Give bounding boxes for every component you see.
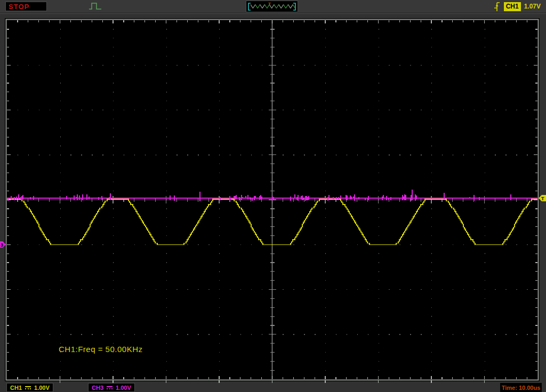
trigger-level-marker[interactable]: T xyxy=(539,195,546,201)
channel1-volts-per-div: 1.00V xyxy=(34,385,50,391)
channel3-coupling-icon xyxy=(107,386,113,390)
timebase-readout[interactable]: Time: 10.00us xyxy=(500,383,542,392)
channel3-volts-per-div: 1.00V xyxy=(116,385,131,391)
trigger-level-readout: 1.07V xyxy=(524,3,541,10)
acquisition-status: STOP xyxy=(9,3,29,11)
topbar-separator xyxy=(0,13,546,14)
preview-left-bracket[interactable] xyxy=(248,3,251,10)
svg-text:T: T xyxy=(541,196,544,201)
trigger-status-group: CH1 1.07V xyxy=(494,2,541,11)
acquisition-status-box[interactable]: STOP xyxy=(5,2,47,11)
channel3-label: CH3 xyxy=(92,385,103,391)
channel1-settings-box[interactable]: CH1 1.00V xyxy=(6,383,53,392)
preview-trigger-marker[interactable]: T xyxy=(268,2,271,6)
horizontal-preview-box[interactable]: T xyxy=(246,1,298,12)
freq-readout: CH1:Freq = 50.00KHz xyxy=(59,345,143,354)
scope-display: 3T xyxy=(0,0,546,392)
channel3-settings-box[interactable]: CH3 1.00V xyxy=(88,383,135,392)
svg-text:3: 3 xyxy=(1,242,3,248)
oscilloscope-window: { "top_bar": { "status": "STOP", "trigge… xyxy=(0,0,546,392)
trigger-source-badge: CH1 xyxy=(504,2,521,11)
channel1-label: CH1 xyxy=(10,385,22,391)
preview-waveform: T xyxy=(246,1,298,12)
trigger-pulse-icon xyxy=(89,2,102,11)
top-bar: STOP T CH1 1.07V xyxy=(0,0,546,13)
trigger-edge-icon xyxy=(494,2,501,12)
channel1-coupling-icon xyxy=(25,386,31,390)
